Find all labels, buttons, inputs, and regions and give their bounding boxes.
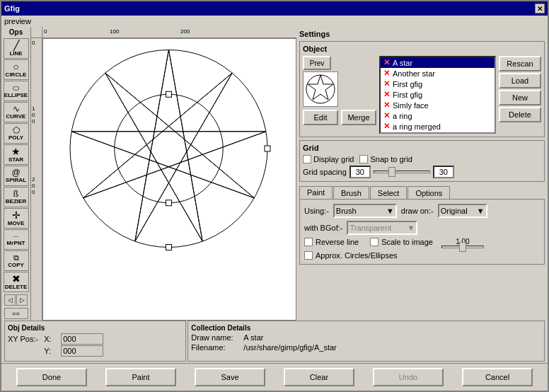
grid-spacing-slider[interactable] (374, 171, 430, 173)
circle-tool[interactable]: ○ CIRCLE (4, 59, 29, 80)
ellipse-label: ELLIPSE (4, 92, 28, 98)
rescan-button[interactable]: Rescan (499, 56, 541, 71)
equals-tool[interactable]: == (4, 308, 28, 319)
reverse-line-group: Reverse line (304, 238, 359, 246)
poly-tool[interactable]: ⬠ POLY (4, 123, 29, 144)
next-nav-button[interactable]: ▷ (16, 294, 28, 306)
object-list-container: ✕A star✕Another star✕First gfig✕First gf… (379, 56, 496, 134)
close-button[interactable]: ✕ (535, 4, 545, 13)
cancel-button[interactable]: Cancel (462, 368, 533, 386)
copy-icon: ⧉ (13, 254, 19, 262)
filename-val: /usr/share/gimp/gfig/A_star (243, 343, 336, 352)
x-label: X: (44, 335, 58, 343)
transparent-value: Transparent (349, 224, 391, 232)
delete-tool[interactable]: ✖ DELETE (4, 272, 29, 292)
object-thumb (303, 71, 338, 107)
grid-spacing-label: Grid spacing (303, 168, 347, 176)
object-list-item[interactable]: ✕a ring merged (381, 121, 495, 132)
save-button[interactable]: Save (195, 368, 265, 386)
bg-of-label: with BGof:- (304, 224, 342, 232)
draw-on-label: draw on:- (401, 207, 434, 215)
grid-display-row: Display grid Snap to grid (303, 155, 541, 163)
reverse-line-label: Reverse line (316, 238, 359, 246)
snap-grid-checkbox-group: Snap to grid (359, 155, 412, 163)
object-list-item[interactable]: ✕a ring (381, 110, 495, 121)
curve-label: CURVE (6, 113, 26, 120)
prev-button[interactable]: Prev (303, 56, 331, 70)
drawing-canvas[interactable] (42, 38, 296, 321)
scale-to-image-checkbox[interactable] (370, 238, 378, 246)
canvas-area: 0 100 200 0 100 200 (31, 27, 296, 321)
curve-tool[interactable]: ∿ CURVE (4, 102, 29, 122)
move-icon: ✛ (12, 210, 21, 220)
object-list-item[interactable]: ✕Another star (381, 68, 495, 79)
bezier-label: BEZIER (6, 198, 26, 204)
snap-to-grid-label: Snap to grid (370, 155, 412, 163)
grid-spacing-input-right[interactable] (433, 166, 454, 178)
y-value-input[interactable] (61, 345, 103, 357)
copy-tool[interactable]: ⧉ COPY (4, 250, 29, 271)
collection-label: Collection Details (191, 324, 541, 332)
object-section: Object Prev Edit Merge (299, 41, 545, 137)
scale-slider[interactable] (441, 246, 484, 248)
star-icon: ★ (11, 146, 21, 156)
tab-paint[interactable]: Paint (299, 186, 333, 199)
ellipse-tool[interactable]: ⬭ ELLIPSE (4, 81, 29, 101)
brush-dropdown[interactable]: Brush ▼ (333, 204, 397, 218)
merge-button[interactable]: Merge (341, 110, 376, 125)
reverse-line-checkbox[interactable] (304, 238, 313, 246)
tab-brush[interactable]: Brush (333, 186, 369, 199)
tab-options[interactable]: Options (408, 186, 450, 199)
edit-button[interactable]: Edit (303, 110, 338, 125)
right-panel: Settings Object Prev Edit (296, 27, 548, 321)
ops-label: Ops (9, 28, 23, 36)
approx-checkbox[interactable] (304, 251, 313, 260)
spiral-icon: @ (11, 168, 20, 177)
x-coord-row: X: (44, 333, 103, 345)
reverse-scale-row: Reverse line Scale to image 1.00 (304, 238, 540, 248)
object-item-label: A star (393, 59, 412, 67)
object-list-item[interactable]: ✕First gfig (381, 79, 495, 89)
tab-select[interactable]: Select (370, 186, 408, 199)
x-mark-icon: ✕ (383, 122, 390, 131)
delete-button[interactable]: Delete (499, 107, 541, 122)
load-button[interactable]: Load (499, 73, 541, 88)
x-value-input[interactable] (61, 333, 103, 345)
object-list-item[interactable]: ✕Simly face (381, 100, 495, 110)
line-tool[interactable]: ╱ LINE (4, 38, 29, 59)
using-row: Using:- Brush ▼ draw on:- Original ▼ (304, 204, 540, 218)
spiral-tool[interactable]: @ SPIRAL (4, 166, 29, 186)
undo-button[interactable]: Undo (373, 368, 444, 386)
using-label: Using:- (304, 207, 329, 215)
new-button[interactable]: New (499, 90, 541, 105)
star-tool[interactable]: ★ STAR (4, 144, 29, 165)
y-label: Y: (44, 347, 58, 355)
object-item-label: First gfig (393, 91, 422, 99)
transparent-dropdown[interactable]: Transparent ▼ (347, 221, 417, 235)
approx-label: Approx. Circles/Ellipses (316, 251, 398, 260)
paint-button[interactable]: Paint (105, 368, 176, 386)
display-grid-checkbox[interactable] (303, 155, 311, 163)
prev-nav-button[interactable]: ◁ (4, 294, 16, 306)
settings-label: Settings (299, 30, 545, 38)
transparent-dropdown-arrow: ▼ (408, 224, 415, 232)
toolbar: Ops ╱ LINE ○ CIRCLE ⬭ ELLIPSE ∿ CURVE ⬠ … (1, 27, 31, 321)
bezier-tool[interactable]: ß BEZIER (4, 187, 29, 207)
original-dropdown[interactable]: Original ▼ (438, 204, 487, 218)
multipoint-tool[interactable]: ··· MrPNT (4, 229, 29, 250)
object-list-item[interactable]: ✕First gfig (381, 89, 495, 100)
grid-label: Grid (303, 144, 541, 152)
move-tool[interactable]: ✛ MOVE (4, 208, 29, 229)
v-tick-200: 200 (32, 176, 35, 195)
star-label: STAR (8, 156, 23, 163)
object-list-item[interactable]: ✕A star (381, 57, 495, 68)
x-mark-icon: ✕ (383, 79, 390, 88)
done-button[interactable]: Done (16, 368, 87, 386)
object-list[interactable]: ✕A star✕Another star✕First gfig✕First gf… (379, 56, 496, 134)
main-content: Ops ╱ LINE ○ CIRCLE ⬭ ELLIPSE ∿ CURVE ⬠ … (1, 27, 548, 321)
snap-to-grid-checkbox[interactable] (359, 155, 368, 163)
object-item-label: a ring (393, 112, 412, 120)
clear-button[interactable]: Clear (284, 368, 354, 386)
obj-details-section: Obj Details XY Pos:- X: Y: (4, 321, 186, 362)
grid-spacing-input-left[interactable] (349, 166, 371, 178)
